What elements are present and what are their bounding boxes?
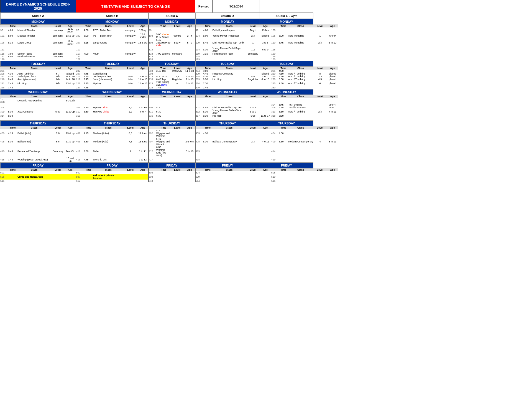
cell-511: 511 bbox=[0, 180, 8, 182]
friday-b: FRIDAY bbox=[76, 163, 149, 168]
cell-504: 504 bbox=[195, 171, 203, 174]
cell-114-age: 6 to 9 bbox=[260, 47, 271, 52]
cell-127: 127 bbox=[76, 58, 84, 61]
cell-w2c-time bbox=[156, 103, 170, 106]
tuesday-row-5: 221 7:45 Hip Hop Adv 13 & up 222 7:45 Hi… bbox=[0, 81, 338, 86]
cell-219-class: Hip Hop bbox=[213, 78, 246, 81]
cell-99-age: 11&up bbox=[260, 27, 271, 33]
cell-512-age bbox=[137, 180, 149, 182]
cell-w2d-age bbox=[260, 103, 271, 106]
friday-c: FRIDAY bbox=[149, 163, 195, 168]
cell-115: 115 bbox=[271, 47, 279, 52]
cell-207-time: 4:45 bbox=[84, 72, 93, 75]
cell-305-class: Hip Hop Kids bbox=[93, 106, 124, 109]
cell-229-time: 7:45 bbox=[203, 86, 213, 89]
cell-417-time bbox=[156, 157, 170, 163]
cell-419-age bbox=[327, 157, 338, 163]
cell-212-class: Technique Class bbox=[93, 75, 124, 78]
col-age-d3: Age bbox=[260, 95, 271, 98]
cell-502-age bbox=[137, 171, 149, 174]
cell-217-time: 6:45 bbox=[84, 78, 93, 81]
cell-504-level bbox=[246, 171, 260, 174]
cell-304e-class: Tot Tumbling bbox=[288, 103, 313, 106]
cell-204-class bbox=[213, 70, 246, 72]
cell-105-age: 5 to 9 bbox=[327, 33, 338, 39]
cell-503: 503 bbox=[149, 171, 156, 174]
cell-511-time bbox=[8, 180, 17, 182]
col-level-d1: Level bbox=[246, 24, 260, 27]
thursday-row-2: 405 5:30 Ballet (Inter) 5,6 11 & up 406 … bbox=[0, 137, 338, 146]
cell-507-time bbox=[84, 174, 93, 180]
cell-416: 416 bbox=[76, 157, 84, 163]
cell-w1d-age bbox=[260, 98, 271, 103]
cell-w1b-level bbox=[124, 98, 137, 103]
cell-507-level bbox=[124, 174, 137, 180]
cell-101: 101 bbox=[0, 33, 8, 39]
cell-412-time: 6:30 Worship Kids (like VBS) bbox=[156, 146, 170, 157]
col-num-e1 bbox=[271, 24, 279, 27]
cell-405-age: 11 & up bbox=[65, 137, 76, 146]
cell-120: 120 bbox=[271, 52, 279, 55]
cell-513: 513 bbox=[149, 180, 156, 182]
cell-209-time: 4:45 bbox=[203, 72, 213, 75]
cell-w1a: 1 - 3:30 bbox=[0, 98, 8, 103]
cell-223-age: 6 to 12 bbox=[184, 81, 195, 86]
cell-400-class: Ballet. (Adv) bbox=[17, 129, 51, 137]
cell-313-class: Acro / Tumbling bbox=[288, 109, 313, 114]
cell-w1c-age bbox=[184, 98, 195, 103]
cell-317-level: 5/6b bbox=[246, 114, 260, 117]
col-num-d5 bbox=[195, 168, 203, 171]
col-age-b2: Age bbox=[137, 67, 149, 70]
cell-507-age bbox=[137, 174, 149, 180]
cell-123: 123 bbox=[149, 55, 156, 58]
tuesday-a: TUESDAY bbox=[0, 61, 76, 67]
tuesday-row-2: 206 4:30 Acro/Tumbling 6,7 placed 207 4:… bbox=[0, 72, 338, 75]
col-num-c2 bbox=[149, 67, 156, 70]
cell-313-time: 5:30 bbox=[279, 109, 288, 114]
cell-505-time bbox=[279, 171, 288, 174]
cell-312-class: Young Movers Ballet-Tap- Jazz bbox=[213, 109, 246, 114]
col-level-d5: Level bbox=[246, 168, 260, 171]
col-num-a1 bbox=[0, 24, 8, 27]
cell-224-level bbox=[246, 81, 260, 86]
col-num-a2 bbox=[0, 67, 8, 70]
cell-111-age bbox=[65, 47, 76, 52]
cell-213-age: 6 to 10 bbox=[184, 75, 195, 78]
col-time-c4: Time bbox=[156, 126, 170, 129]
cell-409: 409 bbox=[271, 137, 279, 146]
cell-400: 400 bbox=[0, 129, 8, 137]
cell-226-time: 7:45 bbox=[8, 86, 17, 89]
wednesday-d: WEDNESDAY bbox=[195, 89, 260, 95]
cell-411-class: Ballet bbox=[93, 146, 124, 157]
col-age-e3: Age bbox=[327, 95, 338, 98]
studio-b-header: Studio B bbox=[76, 13, 149, 19]
cell-212-level: Inter bbox=[124, 75, 137, 78]
cell-309-age: 11 & Up bbox=[65, 109, 76, 114]
cell-413: 413 bbox=[195, 146, 203, 157]
col-age-a1: Age bbox=[65, 24, 76, 27]
cell-119-age bbox=[260, 52, 271, 55]
col-time-a4: Time bbox=[8, 126, 17, 129]
cell-105-class: Acro Tumbling bbox=[288, 33, 313, 39]
col-level-b2: Level bbox=[124, 67, 137, 70]
cell-216: 216 bbox=[0, 78, 8, 81]
cell-215-time: 5:30 bbox=[279, 75, 288, 78]
cell-wed-empty-b bbox=[76, 117, 149, 121]
cell-304aa: 304 bbox=[0, 106, 8, 109]
col-class-e5: Class bbox=[288, 168, 313, 171]
cell-109-class: Mini Mover-Ballet-Tap-Tumbl bbox=[213, 39, 246, 47]
cell-316-age bbox=[184, 114, 195, 117]
cell-229-age bbox=[260, 86, 271, 89]
cell-208-level bbox=[170, 72, 184, 75]
cell-418: 418 bbox=[195, 157, 203, 163]
col-time-e5: Time bbox=[279, 168, 288, 171]
tuesday-row-3: 211 5:30 Technique Class Adv 14 to 18 21… bbox=[0, 75, 338, 78]
cell-124-class bbox=[213, 55, 246, 58]
cell-306-level bbox=[170, 106, 184, 109]
col-class-d5: Class bbox=[213, 168, 246, 171]
col-level-b1: Level bbox=[124, 24, 137, 27]
col-level-a4: Level bbox=[51, 126, 65, 129]
cell-317-class: Hip Hop bbox=[213, 114, 246, 117]
cell-401-age: 11 & up bbox=[137, 129, 149, 137]
cell-wed-empty-c bbox=[149, 117, 195, 121]
